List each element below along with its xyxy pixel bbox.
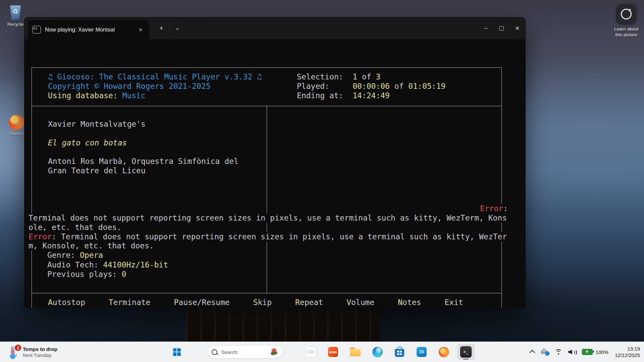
learn-about-picture-widget[interactable]: Learn about this picture <box>608 4 644 38</box>
composer-line: Xavier Montsalvatge's <box>48 119 146 129</box>
menu-item-volume[interactable]: Volume <box>346 298 374 307</box>
weather-subline: Next Tuesday <box>23 352 57 358</box>
taskbar-app-white-window[interactable] <box>302 344 320 360</box>
charging-bolt-icon <box>585 350 589 354</box>
weather-thermometer-icon: ↓ 2 <box>7 345 19 359</box>
terminal-window: C:\ Now playing: Xavier Montsal ✕ + ⌄ ✕ … <box>24 17 526 308</box>
selection-total: 3 <box>376 72 380 81</box>
previous-plays-value: 0 <box>122 270 126 279</box>
taskbar-app-edge[interactable] <box>369 344 386 360</box>
battery-percent[interactable]: 100% <box>596 349 608 355</box>
weather-widget[interactable]: ↓ 2 Temps to drop Next Tuesday <box>5 342 60 362</box>
microsoft-365-icon: M365 <box>328 347 338 357</box>
app-title-line: ♫ Giocoso: The Classical Music Player v.… <box>48 72 262 81</box>
taskbar-app-firefox[interactable] <box>435 344 452 360</box>
microsoft-store-icon <box>395 349 404 357</box>
menu-item-autostop[interactable]: Autostop <box>48 298 85 307</box>
learn-about-line1: Learn about <box>608 26 644 32</box>
work-title-line: El gato con botas <box>48 138 127 147</box>
wifi-icon[interactable] <box>554 349 562 355</box>
error1-line1: Terminal does not support reporting scre… <box>29 213 507 223</box>
file-explorer-icon <box>350 348 361 356</box>
minimize-button[interactable] <box>478 17 494 39</box>
recycle-symbol-icon: ♻ <box>8 8 23 15</box>
error1-line2: ole, etc. that does. <box>29 223 121 232</box>
windows-logo-icon <box>173 348 181 356</box>
tab-toolbar-separator <box>170 25 170 32</box>
database-label: Using database: <box>48 91 122 100</box>
menu-item-terminate[interactable]: Terminate <box>109 298 151 307</box>
menu-item-pause-resume[interactable]: Pause/Resume <box>174 298 229 307</box>
info-badge-icon: i <box>545 351 550 356</box>
selection-current: 1 <box>353 72 357 81</box>
audio-tech-label: Audio Tech: <box>47 260 103 269</box>
tab-close-icon[interactable]: ✕ <box>136 25 145 34</box>
battery-icon[interactable] <box>582 349 593 355</box>
taskbar-app-terminal-active[interactable]: >_ <box>457 344 475 360</box>
command-menu: Autostop Terminate Pause/Resume Skip Rep… <box>48 298 463 307</box>
ending-line: Ending at: 14:24:49 <box>297 91 390 100</box>
search-box[interactable]: ✽ <box>207 345 282 359</box>
maximize-icon <box>499 26 504 31</box>
error2-text: : Terminal does not support reporting sc… <box>52 232 507 241</box>
close-button[interactable]: ✕ <box>509 17 525 39</box>
audio-tech-line: Audio Tech: 44100Hz/16-bit <box>47 260 168 269</box>
tray-overflow-chevron-icon[interactable] <box>529 350 535 356</box>
audio-tech-value: 44100Hz/16-bit <box>103 260 168 269</box>
tab-dropdown-icon[interactable]: ⌄ <box>173 22 182 33</box>
minimize-icon <box>484 28 488 29</box>
taskbar-app-microsoft-store[interactable] <box>391 344 408 360</box>
learn-about-picture-button[interactable] <box>616 4 636 24</box>
error2-label: Error <box>29 232 52 241</box>
menu-item-notes[interactable]: Notes <box>398 298 421 307</box>
titlebar[interactable]: C:\ Now playing: Xavier Montsal ✕ + ⌄ ✕ <box>24 17 525 39</box>
menu-item-exit[interactable]: Exit <box>445 298 463 307</box>
firefox-taskbar-icon <box>439 347 449 357</box>
database-line: Using database: Music <box>48 91 146 100</box>
error-label: Error <box>480 204 503 213</box>
maximize-button[interactable] <box>494 17 509 39</box>
tui-header-divider <box>32 106 501 106</box>
tui-column-divider <box>267 106 267 293</box>
error2-line2: m, Konsole, etc. that does. <box>29 241 154 250</box>
taskbar-app-outlook[interactable]: ✉ <box>413 344 430 360</box>
search-icon <box>212 349 217 355</box>
previous-plays-label: Previous plays: <box>47 270 122 279</box>
genre-value: Opera <box>80 251 103 259</box>
genre-line: Genre: Opera <box>47 250 103 260</box>
tui-menu-divider <box>32 293 501 293</box>
played-label: Played: <box>297 82 353 90</box>
weather-headline: Temps to drop <box>23 346 57 352</box>
performers-line1: Antoni Ros Marbà, Orquestra Simfònica de… <box>48 157 238 166</box>
played-line: Played: 00:00:06 of 01:05:19 <box>297 81 445 91</box>
menu-item-repeat[interactable]: Repeat <box>295 298 323 307</box>
onedrive-cloud-icon[interactable]: i <box>540 349 549 355</box>
tray-date: 12/12/2025 <box>615 352 640 358</box>
menu-item-skip[interactable]: Skip <box>253 298 272 307</box>
search-input[interactable] <box>221 349 270 355</box>
weather-alert-badge: 2 <box>14 344 22 352</box>
white-window-app-icon <box>306 347 316 357</box>
new-tab-button[interactable]: + <box>156 23 167 34</box>
taskbar-app-file-explorer[interactable] <box>346 344 364 360</box>
learn-about-line2: this picture <box>608 32 644 38</box>
wallpaper-pier-detail <box>186 303 381 342</box>
firefox-icon <box>9 115 24 130</box>
clock-widget[interactable]: 13:19 12/12/2025 <box>615 346 640 358</box>
error2-line1: Error: Terminal does not support reporti… <box>29 232 507 241</box>
selection-sep: of <box>357 72 376 81</box>
terminal-tab[interactable]: C:\ Now playing: Xavier Montsal ✕ <box>28 20 149 39</box>
performers-line2: Gran Teatre del Liceu <box>48 166 146 175</box>
system-tray: i 100% 13:19 12/12/2025 <box>530 342 642 362</box>
taskbar-app-icons: M365 ✉ >_ <box>302 344 479 360</box>
start-button[interactable] <box>169 345 184 359</box>
terminal-content[interactable]: ♫ Giocoso: The Classical Music Player v.… <box>24 39 525 308</box>
taskbar-app-microsoft-365[interactable]: M365 <box>324 344 342 360</box>
ending-label: Ending at: <box>297 91 353 100</box>
played-elapsed: 00:00:06 <box>353 82 390 90</box>
tray-time: 13:19 <box>615 346 640 352</box>
poinsettia-search-icon: ✽ <box>270 348 278 356</box>
terminal-icon: >_ <box>460 346 472 358</box>
taskbar: ↓ 2 Temps to drop Next Tuesday ✽ M365 ✉ … <box>0 342 644 362</box>
volume-icon[interactable] <box>568 349 576 355</box>
